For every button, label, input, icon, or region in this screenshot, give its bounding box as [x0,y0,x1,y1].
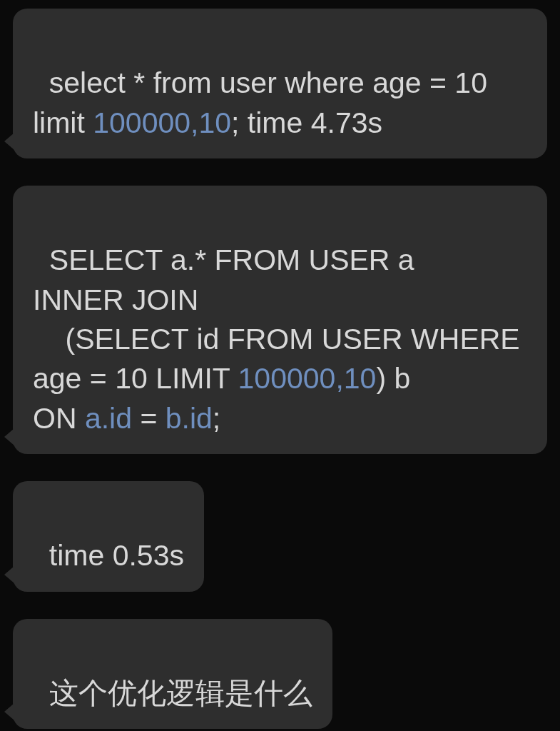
message-text: 这个优化逻辑是什么 [49,677,312,710]
chat-message: SELECT a.* FROM USER a INNER JOIN (SELEC… [13,186,547,454]
chat-message: select * from user where age = 10 limit … [13,9,547,158]
chat-message: 这个优化逻辑是什么 [13,619,332,730]
message-link[interactable]: 100000,10 [93,106,231,139]
message-text: ; time 4.73s [231,106,382,139]
message-text: time 0.53s [49,539,184,572]
message-link[interactable]: 100000,10 [238,362,377,395]
message-text: ; [213,402,220,435]
chat-message: time 0.53s [13,481,204,592]
message-text: = [132,402,166,435]
message-link[interactable]: a.id [85,402,132,435]
message-link[interactable]: b.id [166,402,213,435]
